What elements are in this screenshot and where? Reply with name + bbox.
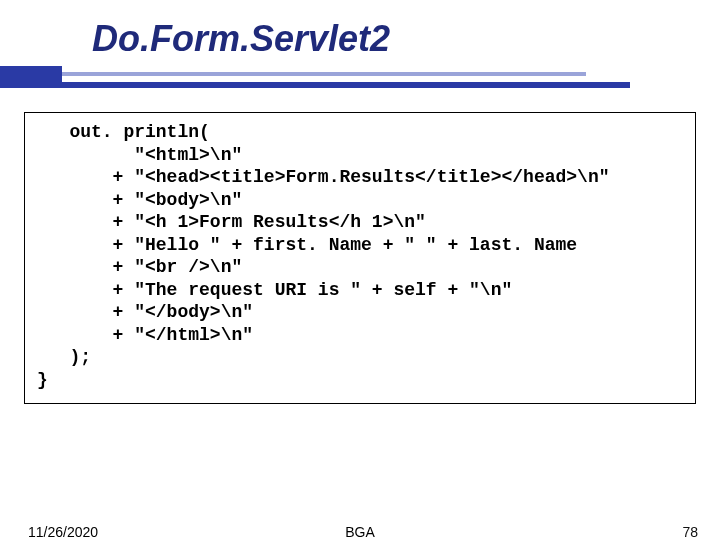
code-line: + "<h 1>Form Results</h 1>\n" xyxy=(37,212,426,232)
slide-title: Do.Form.Servlet2 xyxy=(0,18,720,60)
code-line: + "<br />\n" xyxy=(37,257,242,277)
code-line: out. println( xyxy=(37,122,210,142)
code-line: } xyxy=(37,370,48,390)
code-line: + "<head><title>Form.Results</title></he… xyxy=(37,167,610,187)
title-area: Do.Form.Servlet2 xyxy=(0,0,720,88)
code-line: "<html>\n" xyxy=(37,145,242,165)
code-line: ); xyxy=(37,347,91,367)
footer-page-number: 78 xyxy=(682,524,698,540)
code-line: + "</html>\n" xyxy=(37,325,253,345)
code-frame: out. println( "<html>\n" + "<head><title… xyxy=(24,112,696,404)
footer-date: 11/26/2020 xyxy=(28,524,98,540)
code-line: + "<body>\n" xyxy=(37,190,242,210)
code-line: + "</body>\n" xyxy=(37,302,253,322)
code-line: + "Hello " + first. Name + " " + last. N… xyxy=(37,235,577,255)
footer-center: BGA xyxy=(345,524,375,540)
code-line: + "The request URI is " + self + "\n" xyxy=(37,280,512,300)
code-block: out. println( "<html>\n" + "<head><title… xyxy=(37,121,683,391)
title-underline xyxy=(0,66,630,88)
